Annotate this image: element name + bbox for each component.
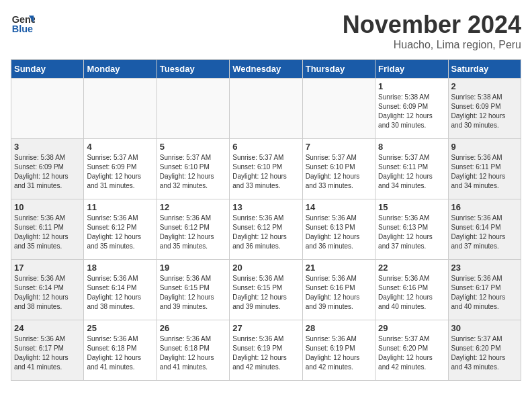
header: General Blue November 2024 Huacho, Lima … [11,11,521,51]
day-info: Sunrise: 5:37 AM Sunset: 6:11 PM Dayligh… [378,153,445,191]
day-cell: 21Sunrise: 5:36 AM Sunset: 6:16 PM Dayli… [302,260,375,320]
day-cell: 30Sunrise: 5:37 AM Sunset: 6:20 PM Dayli… [448,320,521,381]
weekday-header-monday: Monday [84,60,157,79]
day-info: Sunrise: 5:36 AM Sunset: 6:15 PM Dayligh… [160,274,226,312]
day-cell: 1Sunrise: 5:38 AM Sunset: 6:09 PM Daylig… [375,79,448,139]
weekday-header-sunday: Sunday [11,60,84,79]
day-cell: 4Sunrise: 5:37 AM Sunset: 6:09 PM Daylig… [84,139,157,199]
day-cell: 28Sunrise: 5:36 AM Sunset: 6:19 PM Dayli… [302,320,375,381]
day-number: 2 [451,81,518,91]
day-info: Sunrise: 5:36 AM Sunset: 6:17 PM Dayligh… [451,274,518,312]
title-area: November 2024 Huacho, Lima region, Peru [343,11,521,51]
day-info: Sunrise: 5:36 AM Sunset: 6:16 PM Dayligh… [378,274,445,312]
day-number: 28 [306,323,372,333]
svg-text:Blue: Blue [12,24,33,34]
day-cell: 17Sunrise: 5:36 AM Sunset: 6:14 PM Dayli… [11,260,84,320]
day-info: Sunrise: 5:37 AM Sunset: 6:10 PM Dayligh… [306,153,372,191]
logo-icon: General Blue [11,11,35,35]
day-number: 14 [306,202,372,212]
weekday-header-saturday: Saturday [448,60,521,79]
calendar-subtitle: Huacho, Lima region, Peru [343,39,521,51]
day-info: Sunrise: 5:38 AM Sunset: 6:09 PM Dayligh… [378,93,445,130]
day-info: Sunrise: 5:37 AM Sunset: 6:10 PM Dayligh… [232,153,299,191]
day-cell: 8Sunrise: 5:37 AM Sunset: 6:11 PM Daylig… [375,139,448,199]
day-info: Sunrise: 5:36 AM Sunset: 6:12 PM Dayligh… [87,214,153,251]
day-info: Sunrise: 5:36 AM Sunset: 6:11 PM Dayligh… [14,214,81,251]
day-info: Sunrise: 5:36 AM Sunset: 6:14 PM Dayligh… [451,214,518,251]
day-cell: 5Sunrise: 5:37 AM Sunset: 6:10 PM Daylig… [157,139,229,199]
day-cell: 19Sunrise: 5:36 AM Sunset: 6:15 PM Dayli… [157,260,229,320]
day-cell: 10Sunrise: 5:36 AM Sunset: 6:11 PM Dayli… [11,199,84,260]
day-info: Sunrise: 5:36 AM Sunset: 6:16 PM Dayligh… [306,274,372,312]
day-number: 29 [378,323,445,333]
day-cell: 29Sunrise: 5:37 AM Sunset: 6:20 PM Dayli… [375,320,448,381]
day-number: 9 [451,142,518,152]
day-number: 27 [232,323,299,333]
day-number: 16 [451,202,518,212]
day-cell: 25Sunrise: 5:36 AM Sunset: 6:18 PM Dayli… [84,320,157,381]
day-cell: 15Sunrise: 5:36 AM Sunset: 6:13 PM Dayli… [375,199,448,260]
week-row-4: 17Sunrise: 5:36 AM Sunset: 6:14 PM Dayli… [11,260,521,320]
weekday-header-tuesday: Tuesday [157,60,229,79]
day-number: 25 [87,323,153,333]
day-cell: 7Sunrise: 5:37 AM Sunset: 6:10 PM Daylig… [302,139,375,199]
day-cell: 26Sunrise: 5:36 AM Sunset: 6:18 PM Dayli… [157,320,229,381]
day-info: Sunrise: 5:36 AM Sunset: 6:12 PM Dayligh… [232,214,299,251]
day-cell: 18Sunrise: 5:36 AM Sunset: 6:14 PM Dayli… [84,260,157,320]
day-cell: 9Sunrise: 5:36 AM Sunset: 6:11 PM Daylig… [448,139,521,199]
day-number: 18 [87,263,153,273]
week-row-2: 3Sunrise: 5:38 AM Sunset: 6:09 PM Daylig… [11,139,521,199]
day-cell: 20Sunrise: 5:36 AM Sunset: 6:15 PM Dayli… [230,260,302,320]
weekday-header-thursday: Thursday [302,60,375,79]
day-number: 22 [378,263,445,273]
day-info: Sunrise: 5:38 AM Sunset: 6:09 PM Dayligh… [14,153,81,191]
day-number: 15 [378,202,445,212]
day-cell [302,79,375,139]
day-cell: 27Sunrise: 5:36 AM Sunset: 6:19 PM Dayli… [230,320,302,381]
day-cell: 13Sunrise: 5:36 AM Sunset: 6:12 PM Dayli… [230,199,302,260]
day-info: Sunrise: 5:36 AM Sunset: 6:14 PM Dayligh… [14,274,81,312]
day-cell [157,79,229,139]
calendar-title: November 2024 [343,11,521,39]
day-number: 8 [378,142,445,152]
day-number: 23 [451,263,518,273]
day-cell: 12Sunrise: 5:36 AM Sunset: 6:12 PM Dayli… [157,199,229,260]
logo: General Blue [11,11,35,35]
weekday-header-wednesday: Wednesday [230,60,302,79]
day-number: 19 [160,263,226,273]
day-number: 13 [232,202,299,212]
day-info: Sunrise: 5:36 AM Sunset: 6:19 PM Dayligh… [232,334,299,372]
day-info: Sunrise: 5:36 AM Sunset: 6:13 PM Dayligh… [378,214,445,251]
day-number: 5 [160,142,226,152]
day-number: 11 [87,202,153,212]
day-info: Sunrise: 5:36 AM Sunset: 6:12 PM Dayligh… [160,214,226,251]
day-number: 26 [160,323,226,333]
day-info: Sunrise: 5:36 AM Sunset: 6:18 PM Dayligh… [160,334,226,372]
day-info: Sunrise: 5:36 AM Sunset: 6:14 PM Dayligh… [87,274,153,312]
day-cell [11,79,84,139]
calendar-table: SundayMondayTuesdayWednesdayThursdayFrid… [11,59,521,381]
day-number: 7 [306,142,372,152]
day-info: Sunrise: 5:37 AM Sunset: 6:10 PM Dayligh… [160,153,226,191]
day-number: 10 [14,202,81,212]
day-info: Sunrise: 5:37 AM Sunset: 6:20 PM Dayligh… [378,334,445,372]
day-info: Sunrise: 5:37 AM Sunset: 6:09 PM Dayligh… [87,153,153,191]
day-number: 17 [14,263,81,273]
day-number: 24 [14,323,81,333]
day-info: Sunrise: 5:36 AM Sunset: 6:19 PM Dayligh… [306,334,372,372]
weekday-header-friday: Friday [375,60,448,79]
week-row-1: 1Sunrise: 5:38 AM Sunset: 6:09 PM Daylig… [11,79,521,139]
day-cell [230,79,302,139]
day-number: 12 [160,202,226,212]
day-number: 21 [306,263,372,273]
day-cell: 11Sunrise: 5:36 AM Sunset: 6:12 PM Dayli… [84,199,157,260]
day-cell: 6Sunrise: 5:37 AM Sunset: 6:10 PM Daylig… [230,139,302,199]
day-cell: 22Sunrise: 5:36 AM Sunset: 6:16 PM Dayli… [375,260,448,320]
week-row-5: 24Sunrise: 5:36 AM Sunset: 6:17 PM Dayli… [11,320,521,381]
day-number: 3 [14,142,81,152]
day-cell: 23Sunrise: 5:36 AM Sunset: 6:17 PM Dayli… [448,260,521,320]
day-cell: 16Sunrise: 5:36 AM Sunset: 6:14 PM Dayli… [448,199,521,260]
day-info: Sunrise: 5:37 AM Sunset: 6:20 PM Dayligh… [451,334,518,372]
day-number: 4 [87,142,153,152]
day-info: Sunrise: 5:36 AM Sunset: 6:17 PM Dayligh… [14,334,81,372]
